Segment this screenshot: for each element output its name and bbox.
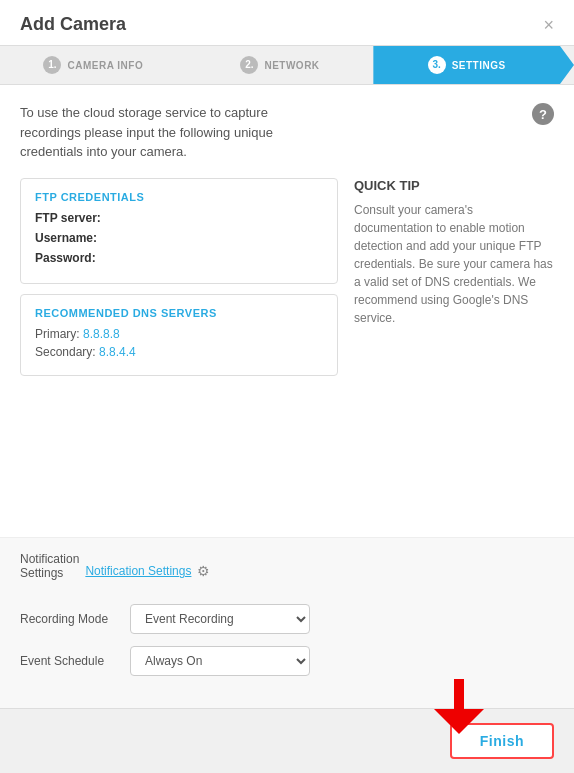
notification-settings-row: NotificationSettings Notification Settin… [20,552,554,590]
step-settings[interactable]: 3. SETTINGS [373,46,574,84]
dns-primary-value: 8.8.8.8 [83,327,120,341]
quick-tip-title: QUICK TIP [354,178,554,193]
dns-secondary-label: Secondary: [35,345,96,359]
event-schedule-select[interactable]: Always On Custom [130,646,310,676]
dialog-content: To use the cloud storage service to capt… [0,85,574,537]
left-column: FTP CREDENTIALS FTP server: Username: Pa… [20,168,338,376]
settings-area: NotificationSettings Notification Settin… [0,537,574,708]
notification-settings-static-label: NotificationSettings [20,552,79,580]
dns-primary-row: Primary: 8.8.8.8 [35,327,323,341]
event-schedule-label: Event Schedule [20,653,120,670]
ftp-username-label: Username: [35,231,97,245]
arrow-down-icon [434,679,484,738]
notification-settings-link[interactable]: Notification Settings [85,564,191,578]
recording-mode-row: Recording Mode Event Recording Continuou… [20,604,554,634]
dialog-header: Add Camera × [0,0,574,45]
event-schedule-row: Event Schedule Always On Custom [20,646,554,676]
dialog-footer: Finish [0,708,574,773]
step-camera-info[interactable]: 1. CAMERA INFO [0,46,187,84]
dns-secondary-row: Secondary: 8.8.4.4 [35,345,323,359]
steps-bar: 1. CAMERA INFO 2. NETWORK 3. SETTINGS [0,45,574,85]
ftp-server-row: FTP server: [35,211,323,225]
top-section: FTP CREDENTIALS FTP server: Username: Pa… [20,168,554,376]
ftp-password-row: Password: [35,251,323,265]
help-icon[interactable]: ? [532,103,554,125]
dns-secondary-value: 8.8.4.4 [99,345,136,359]
step2-number: 2. [240,56,258,74]
step1-label: CAMERA INFO [67,60,143,71]
info-header-row: To use the cloud storage service to capt… [20,103,554,162]
step3-number: 3. [428,56,446,74]
dns-servers-box: RECOMMENDED DNS SERVERS Primary: 8.8.8.8… [20,294,338,376]
ftp-credentials-box: FTP CREDENTIALS FTP server: Username: Pa… [20,178,338,284]
ftp-username-row: Username: [35,231,323,245]
recording-mode-select[interactable]: Event Recording Continuous Off [130,604,310,634]
dialog-title: Add Camera [20,14,126,35]
close-button[interactable]: × [543,16,554,34]
ftp-server-label: FTP server: [35,211,101,225]
ftp-password-label: Password: [35,251,96,265]
dns-primary-label: Primary: [35,327,80,341]
step1-number: 1. [43,56,61,74]
intro-text: To use the cloud storage service to capt… [20,103,280,162]
step-network[interactable]: 2. NETWORK [187,46,374,84]
right-column: QUICK TIP Consult your camera's document… [354,168,554,376]
quick-tip-text: Consult your camera's documentation to e… [354,201,554,327]
dns-title: RECOMMENDED DNS SERVERS [35,307,323,319]
step2-label: NETWORK [264,60,319,71]
add-camera-dialog: Add Camera × 1. CAMERA INFO 2. NETWORK 3… [0,0,574,773]
step3-label: SETTINGS [452,60,506,71]
recording-mode-label: Recording Mode [20,611,120,628]
gear-icon[interactable]: ⚙ [197,563,210,579]
ftp-title: FTP CREDENTIALS [35,191,323,203]
svg-marker-0 [434,679,484,734]
